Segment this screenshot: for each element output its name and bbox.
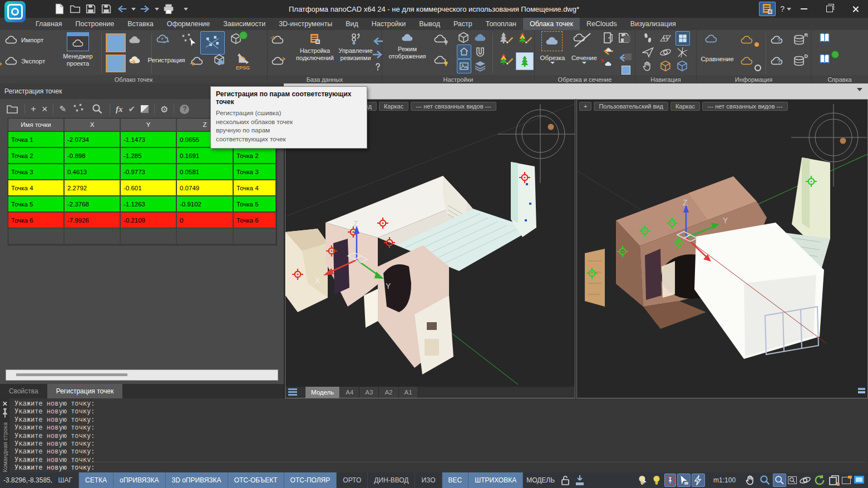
import-button[interactable]: Импорт: [4, 33, 43, 47]
status-toggle-СЕТКА[interactable]: СЕТКА: [79, 472, 114, 488]
find-point-icon[interactable]: [91, 102, 104, 116]
ucs-cube-orange-icon[interactable]: [659, 60, 672, 73]
cloud-box-icon[interactable]: [213, 53, 226, 67]
table-cell[interactable]: Точка 5: [234, 196, 277, 213]
status-toggle-ОТС-ОБЪЕКТ[interactable]: ОТС-ОБЪЕКТ: [228, 472, 284, 488]
cloud-light-on-icon[interactable]: [433, 53, 447, 67]
command-close-icon[interactable]: [2, 401, 7, 406]
lightbulb-icon[interactable]: [650, 474, 663, 487]
ucs-cube-blue-icon[interactable]: [675, 60, 689, 73]
table-cell[interactable]: -2.3768: [65, 196, 121, 213]
revision-management-button[interactable]: Управление ревизиями: [338, 32, 373, 62]
apply-icon[interactable]: ✔: [129, 104, 136, 114]
status-toggle-оПРИВЯЗКА[interactable]: оПРИВЯЗКА: [114, 472, 165, 488]
right-viewport[interactable]: +Пользовательский видКаркас--- нет связа…: [576, 99, 868, 398]
model-tab-А3[interactable]: А3: [359, 387, 379, 398]
status-toggle-ШТРИХОВКА[interactable]: ШТРИХОВКА: [468, 472, 523, 488]
table-cell[interactable]: 0.1691: [177, 148, 234, 164]
edit-point-icon[interactable]: ✎: [59, 104, 66, 114]
save-icon[interactable]: [85, 3, 97, 15]
raster-view-icon[interactable]: [457, 59, 471, 73]
registration-by-pairs-tool-icon[interactable]: [200, 31, 225, 55]
dotted-cloud-icon[interactable]: [128, 33, 141, 47]
new-file-icon[interactable]: [53, 3, 66, 15]
table-cell[interactable]: -7.9926: [65, 213, 121, 229]
zoom-realtime-icon[interactable]: [773, 474, 786, 487]
zoom-window-icon[interactable]: [787, 474, 797, 487]
menu-item-Топоплан[interactable]: Топоплан: [479, 18, 523, 30]
table-row[interactable]: Точка 6-7.9926-0.21090Точка 6: [8, 213, 277, 229]
clip-button[interactable]: Обрезка: [535, 55, 570, 64]
redo-dropdown-icon[interactable]: [155, 8, 159, 11]
registration-cloud-icon[interactable]: [156, 32, 169, 46]
compare-button[interactable]: Сравнение: [698, 56, 737, 62]
table-cell[interactable]: -0.2109: [121, 213, 177, 229]
colorize-rgb-tree-icon[interactable]: [516, 31, 529, 45]
column-header[interactable]: Имя точки: [8, 119, 65, 132]
pick-points-tool-icon[interactable]: [180, 32, 194, 46]
cloud-connect-out-icon[interactable]: [271, 55, 284, 68]
collapse-strip-icon[interactable]: [857, 88, 862, 91]
viewport-header-button[interactable]: Каркас: [379, 102, 408, 111]
cloud-connect-in-icon[interactable]: [271, 33, 284, 47]
close-button[interactable]: [842, 0, 868, 18]
db-revision-icon[interactable]: R: [792, 33, 806, 47]
menu-item-Облака точек[interactable]: Облака точек: [523, 18, 580, 30]
add-point-icon[interactable]: +: [31, 105, 36, 113]
lightweight-cursor-icon[interactable]: [635, 474, 649, 487]
model-tab-А2[interactable]: А2: [379, 387, 398, 398]
table-cell[interactable]: Точка 1: [8, 132, 65, 148]
plan-view-icon[interactable]: [675, 31, 690, 46]
table-row[interactable]: Точка 42.2792-0.6010.0749Точка 4: [8, 180, 277, 196]
table-cell[interactable]: Точка 4: [234, 180, 277, 196]
command-prompt[interactable]: Укажите новую точку:: [14, 462, 866, 471]
magnet-icon[interactable]: [474, 46, 487, 59]
free-orbit-icon[interactable]: [675, 46, 689, 59]
menu-item-ReClouds[interactable]: ReClouds: [580, 18, 624, 30]
menu-item-Зависимости[interactable]: Зависимости: [216, 18, 272, 30]
grid-window-icon[interactable]: [622, 66, 630, 75]
table-cell[interactable]: -2.0734: [65, 132, 121, 148]
panel-h-scrollbar[interactable]: [6, 369, 278, 381]
pan-hand-icon[interactable]: [641, 60, 654, 73]
online-help-book-icon[interactable]: [818, 52, 831, 66]
undo-icon[interactable]: [116, 3, 128, 15]
db-data-icon[interactable]: D: [792, 55, 806, 68]
open-list-icon[interactable]: [6, 102, 19, 116]
select-cursor-icon[interactable]: [677, 474, 691, 487]
clip-rect2-icon[interactable]: [106, 55, 126, 72]
section-button[interactable]: Сечение: [569, 55, 599, 64]
clash-house-icon[interactable]: [457, 45, 471, 59]
help-book-icon[interactable]: [818, 31, 831, 45]
scale-indicator[interactable]: m1:100: [706, 472, 743, 488]
table-cell[interactable]: Точка 2: [8, 148, 65, 164]
compare-cloud-icon[interactable]: [704, 32, 718, 46]
table-cell[interactable]: Точка 2: [234, 148, 277, 164]
formula-icon[interactable]: fx: [116, 105, 123, 114]
status-toggle-ОРТО[interactable]: ОРТО: [337, 472, 368, 488]
status-toggle-ВЕС[interactable]: ВЕС: [442, 472, 469, 488]
epsg-tool-icon[interactable]: EPSG: [236, 52, 250, 71]
table-cell[interactable]: 0.0581: [177, 164, 234, 180]
fly-icon[interactable]: [641, 46, 654, 59]
menu-item-Настройки[interactable]: Настройки: [365, 18, 412, 30]
export-button[interactable]: Экспорт: [4, 55, 45, 68]
table-cell[interactable]: -0.601: [121, 180, 177, 196]
orbit-pole-icon[interactable]: [659, 46, 672, 59]
toolbox-icon[interactable]: [759, 2, 776, 16]
compare-base-icon[interactable]: [740, 55, 753, 68]
status-toggle-ОТС-ПОЛЯР[interactable]: ОТС-ПОЛЯР: [284, 472, 337, 488]
table-cell[interactable]: Точка 3: [8, 164, 65, 180]
scrollbar-thumb[interactable]: [16, 373, 127, 376]
sheets-icon[interactable]: [827, 474, 841, 487]
section-icon[interactable]: [573, 31, 586, 45]
colorize-gray-tree-icon[interactable]: [497, 31, 510, 45]
cloud-transform-icon[interactable]: [190, 55, 204, 68]
viewport-header-button[interactable]: Каркас: [670, 102, 700, 111]
menu-item-Вывод[interactable]: Вывод: [412, 18, 447, 30]
georeference-tool-icon[interactable]: [229, 32, 243, 46]
walk-icon[interactable]: [641, 32, 654, 45]
quick-properties-icon[interactable]: [692, 474, 705, 487]
layout-list-icon[interactable]: [285, 387, 300, 398]
table-row[interactable]: Точка 2-0.898-1.2850.1691Точка 2: [8, 148, 277, 164]
